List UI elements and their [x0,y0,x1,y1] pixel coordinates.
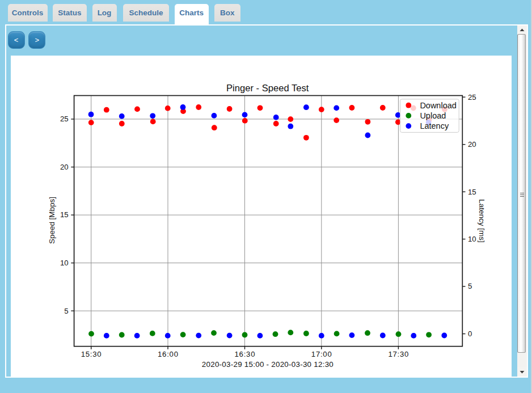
svg-text:15: 15 [60,210,69,219]
svg-text:20: 20 [60,162,69,171]
svg-text:Latency [ms]: Latency [ms] [478,199,486,242]
svg-text:15: 15 [468,187,476,196]
svg-text:5: 5 [468,282,472,290]
svg-text:Pinger - Speed Test: Pinger - Speed Test [226,82,309,93]
svg-text:16:00: 16:00 [158,350,178,358]
svg-text:Latency: Latency [420,121,449,130]
svg-text:17:30: 17:30 [388,350,408,358]
svg-text:Download: Download [420,100,456,109]
svg-text:5: 5 [64,306,68,315]
svg-text:Upload: Upload [420,111,446,120]
svg-text:25: 25 [468,92,476,101]
svg-text:15:30: 15:30 [81,350,102,358]
svg-text:0: 0 [468,329,472,337]
svg-text:10: 10 [60,258,69,267]
svg-text:20: 20 [468,140,476,149]
svg-text:Speed [Mbps]: Speed [Mbps] [48,196,56,243]
svg-text:17:00: 17:00 [311,350,332,358]
svg-text:25: 25 [60,115,69,123]
svg-text:2020-03-29 15:00 - 2020-03-30: 2020-03-29 15:00 - 2020-03-30 12:30 [202,360,333,369]
svg-text:10: 10 [468,234,476,243]
svg-text:16:30: 16:30 [235,350,255,358]
